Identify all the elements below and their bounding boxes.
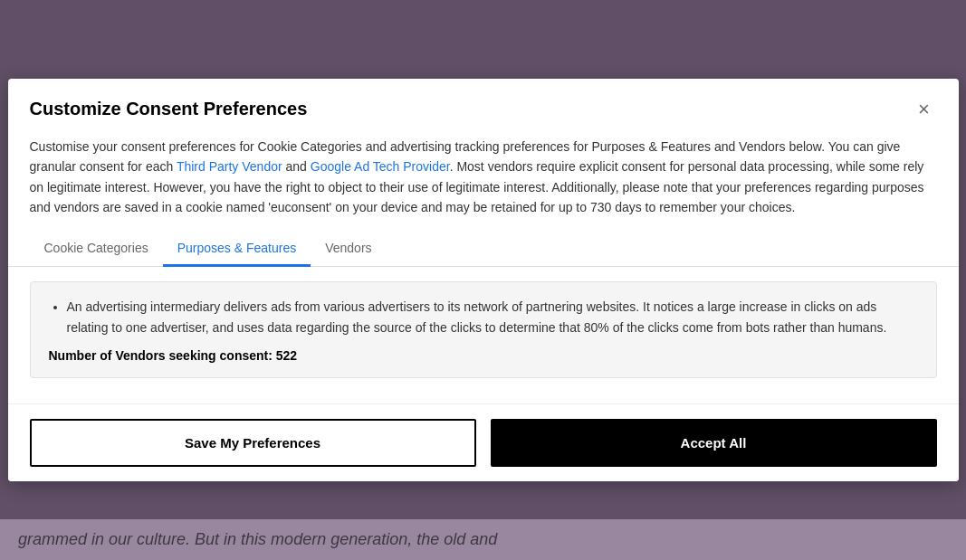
description-text: Customise your consent preferences for C… [8, 137, 959, 233]
info-item: An advertising intermediary delivers ads… [67, 297, 918, 337]
modal-footer: Save My Preferences Accept All [8, 403, 959, 481]
third-party-vendor-link[interactable]: Third Party Vendor [177, 159, 282, 174]
modal-title: Customize Consent Preferences [30, 99, 308, 119]
accept-all-button[interactable]: Accept All [491, 419, 937, 467]
close-button[interactable]: × [912, 97, 937, 122]
tab-content-area[interactable]: An advertising intermediary delivers ads… [8, 267, 959, 403]
tab-purposes-features[interactable]: Purposes & Features [163, 232, 311, 267]
vendor-count: Number of Vendors seeking consent: 522 [49, 348, 918, 363]
tab-cookie-categories[interactable]: Cookie Categories [30, 232, 163, 267]
tabs-container: Cookie Categories Purposes & Features Ve… [8, 232, 959, 267]
consent-modal: Customize Consent Preferences × Customis… [8, 79, 959, 481]
google-ad-tech-link[interactable]: Google Ad Tech Provider [311, 159, 450, 174]
info-box: An advertising intermediary delivers ads… [30, 281, 937, 378]
save-preferences-button[interactable]: Save My Preferences [30, 419, 476, 467]
description-part2: and [282, 159, 311, 174]
modal-body: Customise your consent preferences for C… [8, 137, 959, 403]
tab-vendors[interactable]: Vendors [311, 232, 386, 267]
modal-header: Customize Consent Preferences × [8, 79, 959, 137]
